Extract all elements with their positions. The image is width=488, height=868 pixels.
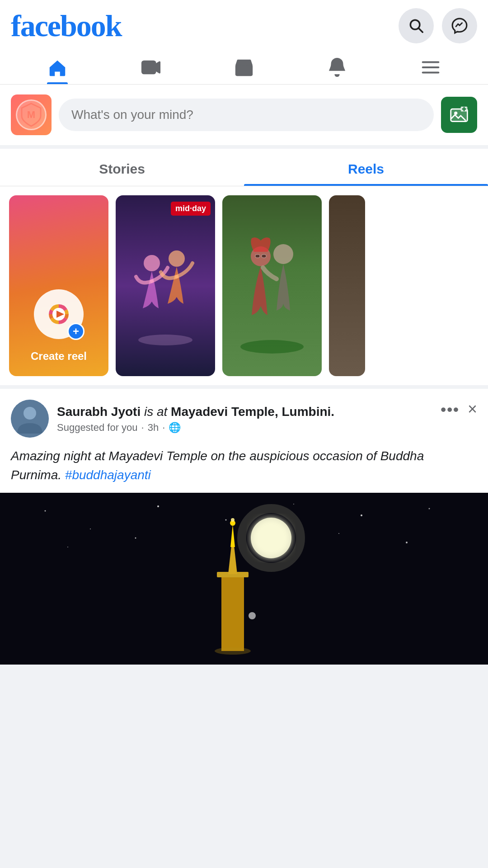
plus-badge: + [67, 323, 84, 340]
nav-tab-video[interactable] [128, 52, 174, 84]
night-sky-svg [0, 493, 488, 665]
svg-point-46 [231, 518, 235, 522]
svg-point-26 [23, 407, 36, 420]
post-author-avatar[interactable] [11, 400, 49, 438]
author-avatar-image [11, 400, 49, 438]
midday-badge: mid·day [171, 202, 211, 216]
create-reel-card[interactable]: + Create reel [9, 195, 108, 376]
create-reel-content: + Create reel [31, 289, 87, 363]
post-image [0, 493, 488, 665]
post-header-left: Saurabh Jyoti is at Mayadevi Temple, Lum… [11, 400, 334, 438]
post-card: Saurabh Jyoti is at Mayadevi Temple, Lum… [0, 389, 488, 665]
svg-point-36 [135, 538, 136, 539]
svg-point-33 [361, 514, 362, 516]
messenger-icon [451, 17, 468, 34]
svg-point-32 [293, 504, 294, 505]
tab-stories[interactable]: Stories [0, 149, 244, 186]
svg-point-37 [338, 533, 339, 534]
avatar-shield-icon: M [18, 102, 44, 128]
svg-point-20 [240, 340, 304, 354]
svg-point-28 [45, 510, 46, 512]
user-avatar: M [11, 94, 52, 135]
nav-tab-home[interactable] [34, 52, 80, 84]
nav-tab-marketplace[interactable] [221, 52, 267, 84]
svg-point-31 [225, 519, 227, 521]
post-body-text: Amazing night at Mayadevi Temple on the … [0, 443, 488, 493]
post-header: Saurabh Jyoti is at Mayadevi Temple, Lum… [0, 389, 488, 443]
photo-video-button[interactable] [441, 97, 477, 133]
post-hashtag[interactable]: #buddhajayanti [65, 468, 151, 482]
post-author-name: Saurabh Jyoti is at Mayadevi Temple, Lum… [57, 404, 334, 420]
close-post-button[interactable]: × [468, 400, 477, 419]
reel-card-extra[interactable] [329, 195, 365, 376]
post-meta: Saurabh Jyoti is at Mayadevi Temple, Lum… [57, 404, 334, 434]
svg-text:M: M [27, 109, 35, 120]
svg-point-29 [90, 528, 91, 529]
svg-rect-4 [241, 69, 247, 75]
wedding-couple-silhouette [229, 216, 315, 356]
compose-input[interactable] [59, 99, 434, 131]
nav-tab-notifications[interactable] [314, 52, 360, 84]
wedding-visual [222, 195, 322, 376]
tab-reels[interactable]: Reels [244, 149, 488, 186]
svg-point-19 [169, 250, 185, 267]
video-icon [141, 57, 161, 78]
svg-line-1 [419, 28, 423, 33]
reels-strip: + Create reel mid·day [0, 186, 488, 389]
svg-point-38 [406, 542, 408, 543]
nav-tab-menu[interactable] [408, 52, 454, 84]
app-header: facebook [0, 0, 488, 85]
svg-rect-2 [142, 61, 155, 74]
svg-rect-22 [255, 255, 260, 258]
svg-point-39 [251, 518, 291, 558]
create-reel-label: Create reel [31, 350, 87, 363]
main-nav [11, 50, 477, 84]
marketplace-icon [234, 57, 254, 78]
svg-point-18 [144, 255, 160, 271]
svg-point-30 [157, 505, 159, 507]
avatar-inner: M [16, 99, 47, 130]
more-options-button[interactable]: ••• [441, 401, 460, 418]
svg-rect-41 [221, 574, 244, 651]
facebook-logo: facebook [11, 10, 122, 41]
messenger-button[interactable] [442, 8, 477, 43]
header-action-icons [399, 8, 477, 43]
svg-point-47 [215, 647, 251, 655]
search-button[interactable] [399, 8, 434, 43]
post-subtext: Suggested for you · 3h · 🌐 [57, 422, 334, 434]
reel-card-wedding[interactable] [222, 195, 322, 376]
reel-card-dance[interactable]: mid·day [116, 195, 215, 376]
menu-icon [420, 57, 441, 78]
dance-visual [116, 195, 215, 376]
content-tabs: Stories Reels [0, 149, 488, 186]
home-icon [47, 57, 68, 78]
header-top-row: facebook [11, 8, 477, 50]
svg-rect-23 [262, 255, 266, 258]
svg-point-35 [67, 547, 68, 547]
dancers-silhouette [125, 218, 206, 354]
photo-icon [449, 105, 469, 125]
reels-icon [45, 301, 72, 328]
svg-point-24 [273, 244, 293, 264]
svg-point-34 [429, 508, 430, 509]
svg-point-17 [138, 335, 192, 345]
globe-icon: 🌐 [169, 422, 181, 434]
compose-area: M [0, 85, 488, 149]
post-header-right: ••• × [441, 400, 477, 419]
light-dot [249, 612, 256, 619]
search-icon [408, 17, 425, 34]
reel-create-icon: + [34, 289, 84, 339]
bell-icon [327, 57, 347, 78]
